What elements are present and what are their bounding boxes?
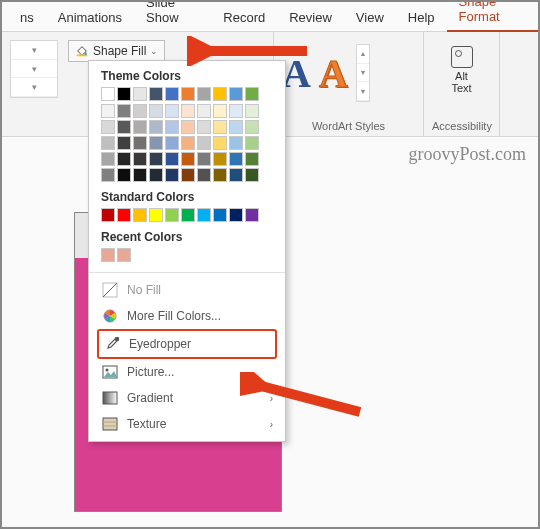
color-swatch[interactable] bbox=[181, 168, 195, 182]
color-swatch[interactable] bbox=[197, 136, 211, 150]
color-swatch[interactable] bbox=[165, 87, 179, 101]
more-fill-colors-label: More Fill Colors... bbox=[127, 309, 221, 323]
color-swatch[interactable] bbox=[229, 87, 243, 101]
color-swatch[interactable] bbox=[133, 208, 147, 222]
color-swatch[interactable] bbox=[117, 104, 131, 118]
color-swatch[interactable] bbox=[229, 120, 243, 134]
wordart-gallery-toggle[interactable]: ▴▾▾ bbox=[356, 44, 370, 102]
color-swatch[interactable] bbox=[165, 168, 179, 182]
texture-icon bbox=[101, 415, 119, 433]
color-swatch[interactable] bbox=[181, 136, 195, 150]
color-swatch[interactable] bbox=[245, 168, 259, 182]
color-swatch[interactable] bbox=[149, 208, 163, 222]
color-swatch[interactable] bbox=[101, 208, 115, 222]
shape-fill-button[interactable]: Shape Fill ⌄ bbox=[68, 40, 165, 62]
color-swatch[interactable] bbox=[165, 120, 179, 134]
color-swatch[interactable] bbox=[101, 104, 115, 118]
color-swatch[interactable] bbox=[117, 120, 131, 134]
color-swatch[interactable] bbox=[181, 208, 195, 222]
color-swatch[interactable] bbox=[117, 248, 131, 262]
color-swatch[interactable] bbox=[197, 104, 211, 118]
color-swatch[interactable] bbox=[229, 152, 243, 166]
color-swatch[interactable] bbox=[213, 87, 227, 101]
color-swatch[interactable] bbox=[117, 168, 131, 182]
color-swatch[interactable] bbox=[165, 104, 179, 118]
color-swatch[interactable] bbox=[149, 87, 163, 101]
no-fill-item[interactable]: No Fill bbox=[89, 277, 285, 303]
annotation-arrow-eyedropper bbox=[240, 372, 370, 422]
color-swatch[interactable] bbox=[213, 152, 227, 166]
color-swatch[interactable] bbox=[229, 208, 243, 222]
color-swatch[interactable] bbox=[197, 168, 211, 182]
color-swatch[interactable] bbox=[101, 248, 115, 262]
color-swatch[interactable] bbox=[133, 136, 147, 150]
tab-animations[interactable]: Animations bbox=[46, 4, 134, 31]
more-fill-colors-item[interactable]: More Fill Colors... bbox=[89, 303, 285, 329]
color-swatch[interactable] bbox=[181, 104, 195, 118]
color-swatch[interactable] bbox=[149, 168, 163, 182]
tab-transitions-partial[interactable]: ns bbox=[8, 4, 46, 31]
tab-review[interactable]: Review bbox=[277, 4, 344, 31]
alt-text-label: Alt Text bbox=[451, 70, 471, 94]
tab-slideshow[interactable]: Slide Show bbox=[134, 0, 211, 31]
color-swatch[interactable] bbox=[229, 168, 243, 182]
color-swatch[interactable] bbox=[197, 152, 211, 166]
color-swatch[interactable] bbox=[229, 104, 243, 118]
color-swatch[interactable] bbox=[213, 120, 227, 134]
chevron-down-icon: ⌄ bbox=[150, 46, 158, 56]
color-swatch[interactable] bbox=[245, 152, 259, 166]
wordart-preset-2[interactable]: A bbox=[319, 50, 348, 97]
color-swatch[interactable] bbox=[149, 120, 163, 134]
color-swatch[interactable] bbox=[213, 104, 227, 118]
color-swatch[interactable] bbox=[133, 120, 147, 134]
texture-label: Texture bbox=[127, 417, 166, 431]
shape-styles-gallery-toggle[interactable]: ▾▾▾ bbox=[10, 40, 58, 98]
wordart-group-label: WordArt Styles bbox=[282, 120, 415, 134]
color-swatch[interactable] bbox=[245, 136, 259, 150]
color-swatch[interactable] bbox=[149, 152, 163, 166]
color-swatch[interactable] bbox=[149, 136, 163, 150]
color-swatch[interactable] bbox=[181, 87, 195, 101]
tab-record[interactable]: Record bbox=[211, 4, 277, 31]
color-swatch[interactable] bbox=[245, 120, 259, 134]
color-swatch[interactable] bbox=[229, 136, 243, 150]
color-swatch[interactable] bbox=[149, 104, 163, 118]
color-swatch[interactable] bbox=[133, 87, 147, 101]
tab-shape-format[interactable]: Shape Format bbox=[447, 0, 538, 32]
color-swatch[interactable] bbox=[133, 152, 147, 166]
color-swatch[interactable] bbox=[133, 104, 147, 118]
no-fill-label: No Fill bbox=[127, 283, 161, 297]
tab-help[interactable]: Help bbox=[396, 4, 447, 31]
color-swatch[interactable] bbox=[181, 120, 195, 134]
color-swatch[interactable] bbox=[197, 120, 211, 134]
no-fill-icon bbox=[101, 281, 119, 299]
color-swatch[interactable] bbox=[133, 168, 147, 182]
color-swatch[interactable] bbox=[245, 208, 259, 222]
eyedropper-item[interactable]: Eyedropper bbox=[99, 331, 275, 357]
svg-rect-8 bbox=[103, 392, 117, 404]
color-swatch[interactable] bbox=[213, 136, 227, 150]
color-swatch[interactable] bbox=[245, 104, 259, 118]
color-swatch[interactable] bbox=[197, 87, 211, 101]
color-swatch[interactable] bbox=[245, 87, 259, 101]
standard-colors-row bbox=[101, 208, 273, 222]
color-swatch[interactable] bbox=[117, 87, 131, 101]
color-swatch[interactable] bbox=[101, 152, 115, 166]
color-swatch[interactable] bbox=[181, 152, 195, 166]
color-swatch[interactable] bbox=[117, 208, 131, 222]
color-swatch[interactable] bbox=[117, 152, 131, 166]
color-swatch[interactable] bbox=[165, 136, 179, 150]
color-swatch[interactable] bbox=[101, 168, 115, 182]
color-swatch[interactable] bbox=[101, 87, 115, 101]
color-swatch[interactable] bbox=[213, 208, 227, 222]
color-swatch[interactable] bbox=[165, 152, 179, 166]
eyedropper-icon bbox=[103, 335, 121, 353]
color-swatch[interactable] bbox=[197, 208, 211, 222]
color-swatch[interactable] bbox=[117, 136, 131, 150]
color-swatch[interactable] bbox=[101, 120, 115, 134]
color-swatch[interactable] bbox=[101, 136, 115, 150]
tab-view[interactable]: View bbox=[344, 4, 396, 31]
color-swatch[interactable] bbox=[165, 208, 179, 222]
alt-text-button[interactable]: Alt Text bbox=[432, 36, 491, 94]
color-swatch[interactable] bbox=[213, 168, 227, 182]
